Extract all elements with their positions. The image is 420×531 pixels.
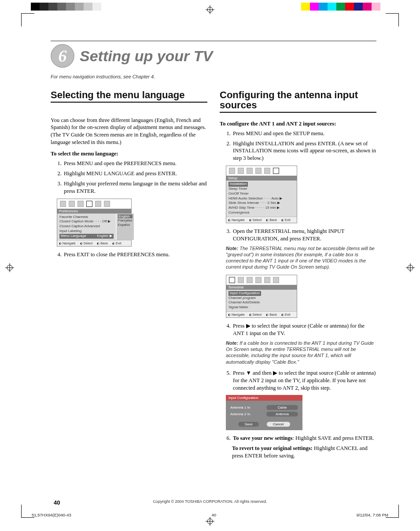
step-item: Press ▼ and then ▶ to select the input s…: [232, 369, 376, 392]
note-block: Note: The TERRESTRIAL menu may not be ac…: [226, 245, 376, 270]
divider: [51, 102, 207, 103]
nav-note: For menu navigation instructions, see Ch…: [51, 74, 376, 79]
step-item: Press MENU and open the PREFERENCES menu…: [63, 160, 207, 167]
setup-menu-screenshot: Setup Installation Sleep Timer On/Off Ti…: [226, 166, 297, 223]
chapter-badge: 6: [51, 44, 74, 68]
howto-heading: To configure the ANT 1 and ANT 2 input s…: [220, 121, 376, 127]
terrestrial-menu-screenshot: Terrestrial Input Configuration Channel …: [226, 275, 297, 318]
input-configuration-screenshot: Input Configuration Antenna 1 In Cable A…: [226, 395, 302, 430]
step-item: Highlight your preferred menu language i…: [63, 180, 207, 195]
howto-heading: To select the menu language:: [51, 151, 207, 157]
registration-mark-icon: [206, 5, 214, 14]
intro-text: You can choose from three different lang…: [51, 117, 207, 147]
crop-mark: [386, 13, 399, 26]
registration-mark-icon: [5, 263, 14, 272]
step-item: Press ▶ to select the input source (Cabl…: [232, 322, 376, 337]
registration-mark-icon: [406, 263, 415, 272]
step-item: Highlight MENU LANGUAGE and press ENTER.: [63, 170, 207, 177]
divider: [51, 41, 376, 41]
color-bar-grayscale: [31, 3, 119, 11]
revert-text: To revert to your original settings: Hig…: [232, 445, 376, 460]
note-block: Note: If a cable box is connected to the…: [226, 340, 376, 365]
copyright: Copyright © 2004 TOSHIBA CORPORATION. Al…: [0, 499, 420, 504]
step-item: Highlight INSTALLATION and press ENTER. …: [232, 140, 376, 162]
step-item: Open the TERRESTRIAL menu, highlight INP…: [232, 228, 376, 243]
ui-tab-label: Preferences: [57, 209, 131, 214]
chapter-number: 6: [59, 46, 67, 66]
step-item: To save your new settings: Highlight SAV…: [232, 435, 376, 442]
print-footer: 51,57HX94(E)040-43 40 9/12/04, 7:08 PM: [32, 513, 388, 517]
color-bar-cmyk: [301, 3, 389, 11]
registration-mark-icon: [206, 517, 214, 526]
step-item: Press EXIT to close the PREFERENCES menu…: [63, 251, 207, 258]
chapter-title: Setting up your TV: [80, 48, 213, 65]
crop-mark: [21, 13, 34, 26]
section-title-antenna: Configuring the antenna input sources: [220, 90, 376, 110]
step-item: Press MENU and open the SETUP menu.: [232, 130, 376, 137]
preferences-menu-screenshot: Preferences Favorite Channels Closed Cap…: [57, 199, 132, 247]
section-title-language: Selecting the menu language: [51, 90, 207, 100]
divider: [220, 112, 376, 113]
